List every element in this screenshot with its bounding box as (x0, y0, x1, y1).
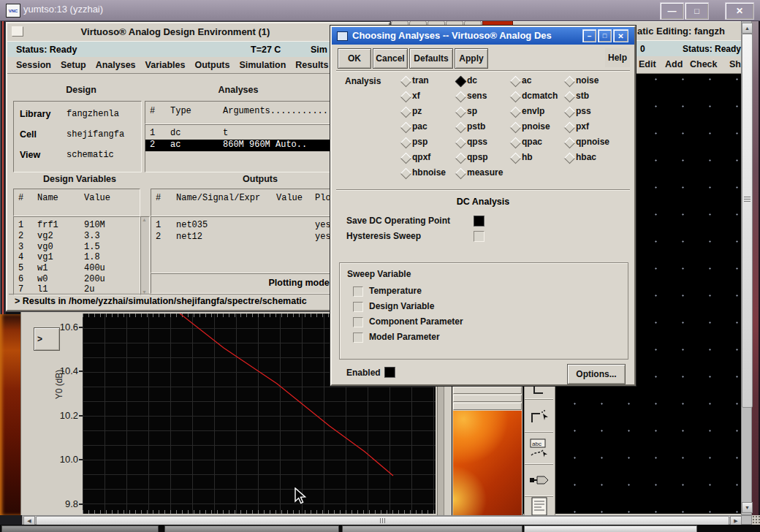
ade-temp: T=27 C (251, 45, 281, 55)
y-tick-label: 10.0 (49, 454, 78, 465)
palette-tool-sheet[interactable] (525, 496, 553, 516)
radio-pz[interactable] (400, 107, 412, 118)
design-variables-list: 1 frf1 910M 2 vg2 3.3 3 vg0 1.5 4 vg1 1.… (13, 216, 140, 295)
image-window-bar[interactable] (453, 403, 522, 410)
palette-tool-pin[interactable] (525, 464, 553, 496)
taskbar-button[interactable] (1, 525, 159, 532)
scrollbar-grip (744, 197, 750, 197)
help-button[interactable]: Help (605, 48, 630, 67)
radio-psp[interactable] (400, 137, 412, 149)
taskbar-button-active[interactable] (524, 525, 697, 532)
scroll-up-icon[interactable]: ▲ (142, 217, 147, 222)
menu-simulation[interactable]: Simulation (239, 60, 286, 70)
radio-pss[interactable] (564, 107, 576, 118)
schematic-title: atic Editing: fangzh (637, 26, 725, 37)
palette-tool-wire-name[interactable]: abc (525, 432, 553, 464)
temperature-checkbox[interactable] (353, 286, 363, 297)
options-button[interactable]: Options... (567, 364, 626, 384)
scroll-down-icon[interactable]: ▼ (742, 502, 753, 513)
schematic-status: Status: Ready (683, 44, 741, 54)
taskbar-button[interactable] (164, 525, 339, 532)
radio-pac[interactable] (400, 122, 412, 134)
radio-dcmatch[interactable] (510, 91, 522, 103)
pin-icon (528, 469, 550, 491)
minimize-icon[interactable]: – (582, 29, 596, 42)
design-variables-scrollbar[interactable]: ▲ ▼ (140, 216, 150, 295)
menu-setup[interactable]: Setup (61, 60, 86, 70)
resize-grip[interactable] (752, 515, 760, 525)
plotting-mode-label: Plotting mode: (269, 278, 333, 288)
vnc-icon: VNC (6, 4, 20, 18)
vnc-vertical-scrollbar[interactable]: ▲ ▼ (741, 20, 752, 515)
y-tick-label: 10.4 (49, 365, 78, 376)
vnc-titlebar[interactable]: VNC yumtso:13 (yzzhai) — □ ✕ (0, 0, 760, 21)
radio-qpac[interactable] (510, 137, 522, 149)
apply-button[interactable]: Apply (455, 48, 488, 69)
radio-pxf[interactable] (564, 122, 576, 134)
radio-ac[interactable] (510, 76, 522, 88)
minimize-icon[interactable]: — (660, 2, 684, 20)
menu-outputs[interactable]: Outputs (194, 60, 229, 70)
radio-pnoise[interactable] (510, 122, 522, 134)
radio-hbac[interactable] (564, 153, 576, 164)
vnc-title: yumtso:13 (yzzhai) (23, 4, 103, 15)
analyses-col-num: # (150, 106, 155, 116)
ok-button[interactable]: OK (338, 48, 371, 69)
palette-tool-wire[interactable] (525, 399, 553, 432)
radio-sens[interactable] (455, 91, 467, 103)
radio-stb[interactable] (564, 91, 576, 103)
dialog-window-icon[interactable] (337, 31, 348, 41)
expand-button-label: > (37, 334, 42, 344)
hysteresis-checkbox[interactable] (474, 231, 484, 242)
wallpaper-fire-strip (0, 314, 20, 515)
ade-sim-label: Sim (311, 45, 327, 55)
component-parameter-checkbox[interactable] (353, 317, 363, 327)
radio-measure[interactable] (455, 168, 467, 180)
image-window-bar[interactable] (453, 395, 522, 402)
save-dc-checkbox[interactable] (474, 216, 484, 227)
image-window-bar[interactable] (453, 387, 522, 394)
menu-results[interactable]: Results (295, 60, 328, 70)
radio-sp[interactable] (455, 107, 467, 118)
defaults-button[interactable]: Defaults (409, 48, 453, 69)
menu-analyses[interactable]: Analyses (96, 60, 136, 70)
radio-xf[interactable] (400, 91, 412, 103)
radio-dc[interactable] (455, 76, 467, 88)
menu-variables[interactable]: Variables (145, 60, 186, 70)
schematic-menu-edit[interactable]: Edit (639, 59, 656, 69)
radio-qpxf[interactable] (400, 153, 412, 164)
y-tick-label: 9.8 (49, 498, 78, 509)
vnc-viewer-window: atic Editing: fangzh 0 Status: Ready Edi… (0, 0, 760, 532)
dialog-titlebar[interactable]: Choosing Analyses -- Virtuoso® Analog De… (332, 27, 634, 45)
enabled-checkbox[interactable] (384, 367, 395, 378)
radio-hbnoise[interactable] (400, 168, 412, 180)
schematic-menu-add[interactable]: Add (665, 59, 683, 69)
radio-qpss[interactable] (455, 137, 467, 149)
scroll-up-icon[interactable]: ▲ (742, 23, 753, 34)
vnc-horizontal-scrollbar[interactable]: ◀ ▶ (0, 515, 752, 525)
radio-qpnoise[interactable] (564, 137, 576, 149)
radio-envlp[interactable] (510, 107, 522, 118)
close-icon[interactable]: ✕ (725, 2, 754, 20)
image-window (452, 386, 523, 515)
sheet-icon (528, 497, 550, 516)
maximize-icon[interactable]: □ (598, 29, 612, 42)
ade-titlebar[interactable]: Virtuoso® Analog Design Environment (1) (7, 23, 386, 41)
ade-status: Status: Ready (16, 45, 77, 55)
vertical-scrollbar-thumb[interactable] (742, 34, 753, 408)
close-icon[interactable]: ✕ (613, 29, 628, 42)
radio-tran[interactable] (400, 76, 412, 88)
radio-qpsp[interactable] (455, 153, 467, 164)
maximize-icon[interactable]: □ (685, 2, 709, 20)
cancel-button[interactable]: Cancel (373, 48, 408, 69)
menu-session[interactable]: Session (16, 60, 51, 70)
model-parameter-checkbox[interactable] (353, 332, 363, 343)
design-variable-checkbox[interactable] (353, 302, 363, 312)
radio-pstb[interactable] (455, 122, 467, 134)
hysteresis-label: Hysteresis Sweep (346, 231, 421, 241)
taskbar-button[interactable] (342, 525, 522, 532)
radio-noise[interactable] (564, 76, 576, 88)
schematic-menu-check[interactable]: Check (690, 59, 718, 69)
sweep-variable-groupbox: Sweep Variable Temperature Design Variab… (339, 262, 628, 360)
radio-hb[interactable] (510, 153, 522, 164)
